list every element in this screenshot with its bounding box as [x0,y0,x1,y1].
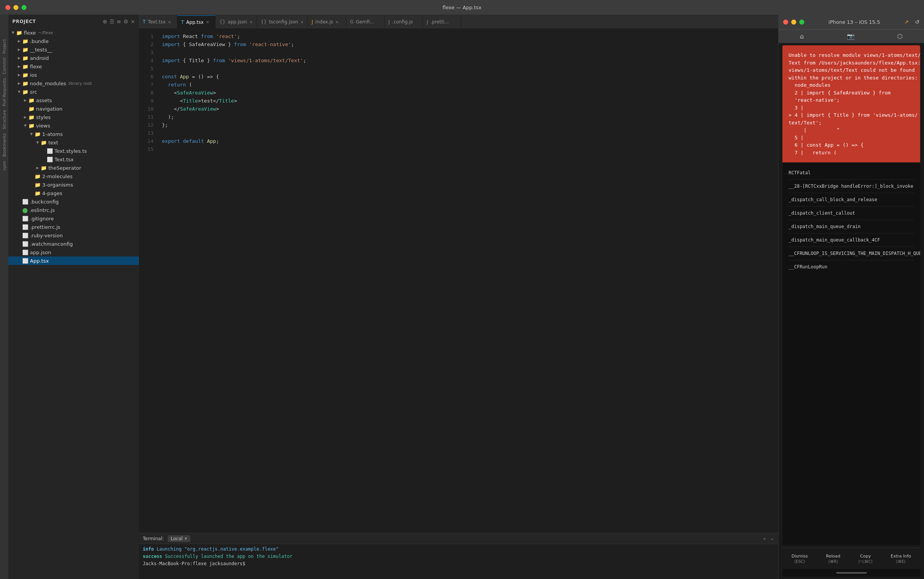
js-file-icon: ⬜ [22,224,28,230]
tree-item-node-modules[interactable]: ▶ 📁 node_modules library root [8,79,139,88]
tree-item-tests[interactable]: ▶ 📁 __tests__ [8,45,139,54]
tree-item-2-molecules[interactable]: ▶ 📁 2-molecules [8,172,139,180]
dismiss-button[interactable]: Dismiss (ESC) [792,554,808,564]
tree-item-eslintrc[interactable]: ▶ ⬤ .eslintrc.js [8,206,139,214]
sidebar-item-pull-requests[interactable]: Pull Requests [1,76,8,108]
window-controls [5,5,26,10]
tree-item-theseparator[interactable]: ▶ 📁 theSeperator [8,164,139,172]
tab-close-icon[interactable]: × [168,20,171,24]
tab-app-tsx[interactable]: T App.tsx × [177,15,216,28]
extra-info-button[interactable]: Extra Info (⌘E) [891,554,911,564]
sim-minimize-button[interactable] [791,20,796,25]
copy-button[interactable]: Copy (⌥⌘C) [858,554,872,564]
tree-item-app-tsx[interactable]: ▶ ⬜ App.tsx [8,256,139,265]
close-button[interactable] [5,5,10,10]
arrow-icon: ▼ [28,132,35,136]
tree-item-navigation[interactable]: ▶ 📁 navigation [8,104,139,113]
tree-item-src[interactable]: ▼ 📁 src [8,88,139,96]
tab-config-js[interactable]: J .config.js [384,15,423,28]
new-file-icon[interactable]: ⊕ [103,18,107,25]
sim-forward-icon[interactable]: ↗ [904,19,909,25]
sim-screenshot-icon[interactable]: 📷 [847,33,855,40]
sidebar-item-structure[interactable]: Structure [1,108,8,131]
sim-close-button[interactable] [783,20,788,25]
sidebar-item-project[interactable]: Project [1,38,8,55]
terminal-dropdown-icon[interactable]: ⌄ [770,535,774,542]
folder-icon: 📁 [35,190,41,196]
stack-item-4: _dispatch_main_queue_drain [789,220,914,233]
tree-item-1-atoms[interactable]: ▼ 📁 1-atoms [8,130,139,138]
tree-item-prettierrc[interactable]: ▶ ⬜ .prettierrc.js [8,223,139,231]
sim-bottom-bar [782,569,920,577]
tab-app-json[interactable]: {} app.json × [216,15,257,28]
arrow-icon: ▶ [16,81,22,85]
tree-item-assets[interactable]: ▶ 📁 assets [8,96,139,104]
tree-item-label: Text.tsx [54,157,74,162]
code-line-6: const App = () => { [162,73,778,81]
terminal-tab-close-icon[interactable]: × [184,536,187,541]
reload-button[interactable]: Reload (⌘R) [826,554,840,564]
tree-item-views[interactable]: ▼ 📁 views [8,121,139,130]
tree-item-flexe-root[interactable]: ▼ 📁 flexe ~/flexe [8,28,139,37]
terminal-add-icon[interactable]: ＋ [762,535,767,542]
tab-index-js[interactable]: J index.js × [308,15,346,28]
tab-text-tsx[interactable]: T Text.tsx × [139,15,177,28]
tree-item-4-pages[interactable]: ▶ 📁 4-pages [8,189,139,197]
tab-close-icon[interactable]: × [335,20,338,24]
code-line-5 [162,65,778,73]
sidebar-item-commit[interactable]: Commit [1,56,8,76]
tree-item-label: App.tsx [30,258,49,264]
maximize-button[interactable] [21,5,26,10]
folder-icon: 📁 [35,131,41,137]
tree-item-bundle[interactable]: ▶ 📁 .bundle [8,37,139,45]
sidebar-item-bookmarks[interactable]: Bookmarks [1,132,8,158]
tree-item-text-styles[interactable]: ▶ ⬜ Text.styles.ts [8,147,139,155]
tree-item-app-json[interactable]: ▶ ⬜ app.json [8,248,139,256]
tree-item-styles[interactable]: ▶ 📁 styles [8,113,139,121]
code-content[interactable]: import React from 'react'; import { Safe… [158,28,778,533]
collapse-icon[interactable]: ☰ [109,18,114,25]
tab-gemfile[interactable]: G Gemfi... [346,15,384,28]
minimize-button[interactable] [13,5,18,10]
code-line-8: <SafeAreaView> [162,89,778,97]
code-line-15 [162,145,778,153]
tab-close-icon[interactable]: × [300,20,304,24]
code-line-13 [162,129,778,137]
tree-item-ruby-version[interactable]: ▶ ⬜ .ruby-version [8,231,139,240]
tree-item-3-organisms[interactable]: ▶ 📁 3-organisms [8,180,139,189]
sort-icon[interactable]: ≡ [117,18,121,25]
close-panel-icon[interactable]: × [130,18,135,25]
tree-item-watchmanconfig[interactable]: ▶ ⬜ .watchmanconfig [8,240,139,248]
tab-label: tsconfig.json [269,19,298,25]
tree-item-ios[interactable]: ▶ 📁 ios [8,71,139,79]
tree-item-label: android [30,55,49,61]
tab-icon: T [143,19,145,25]
code-line-12: }; [162,121,778,129]
terminal-body[interactable]: info Launching "org.reactjs.native.examp… [139,544,778,579]
tab-tsconfig[interactable]: {} tsconfig.json × [257,15,308,28]
tree-item-android[interactable]: ▶ 📁 android [8,54,139,62]
tree-item-flexe-sub[interactable]: ▶ 📁 flexe [8,62,139,71]
sim-rotate-left-icon[interactable]: ↺ [915,19,919,25]
arrow-icon: ▼ [22,124,28,127]
sim-rotate-icon[interactable]: ⬡ [897,33,903,40]
settings-icon[interactable]: ⚙ [124,18,129,25]
folder-icon: 📁 [28,98,35,103]
tab-prettierrc[interactable]: J .pretti... [423,15,461,28]
tree-item-gitignore[interactable]: ▶ ⬜ .gitignore [8,214,139,223]
terminal-tab-local[interactable]: Local × [168,535,191,542]
tab-close-icon[interactable]: × [249,20,252,24]
tree-item-badge: ~/flexe [38,30,53,35]
tree-item-text-dir[interactable]: ▼ 📁 text [8,138,139,147]
tree-item-label: 1-atoms [42,131,63,137]
sim-home-icon[interactable]: ⌂ [800,33,804,40]
sidebar-item-npm[interactable]: npm [1,159,8,172]
terminal-info-text: Launching "org.reactjs.native.example.fl… [157,546,279,552]
tree-item-buckconfig[interactable]: ▶ ⬜ .buckconfig [8,197,139,206]
tree-item-label: 2-molecules [42,174,73,179]
main-layout: Project Commit Pull Requests Structure B… [0,15,924,579]
sim-maximize-button[interactable] [799,20,804,25]
tab-close-icon[interactable]: × [206,20,209,24]
tree-item-text-tsx[interactable]: ▶ ⬜ Text.tsx [8,155,139,164]
tree-item-label: .gitignore [30,216,54,222]
